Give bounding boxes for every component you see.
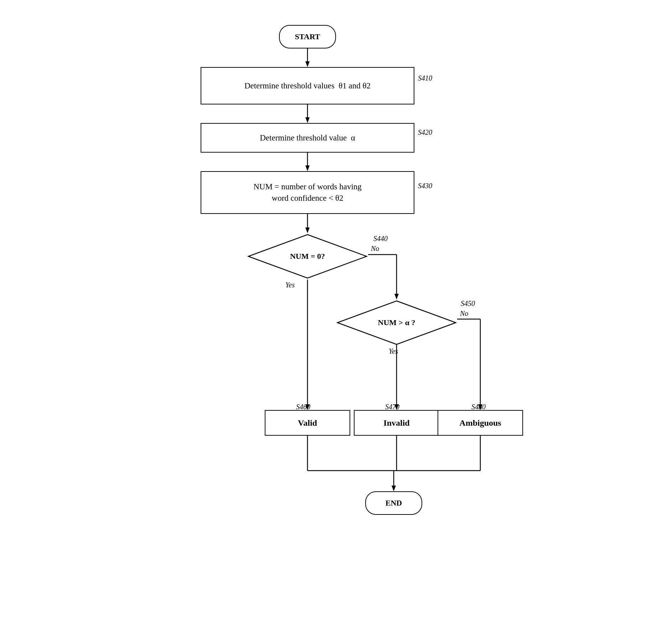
diamond1-step-label: S440 [373,235,388,243]
svg-marker-3 [305,117,310,123]
diamond2-container: NUM > α ? [336,299,457,346]
valid-box: Valid [265,410,350,436]
branch-yes1: Yes [285,281,295,289]
svg-marker-23 [392,486,396,491]
flowchart-diagram: START Determine threshold values θ1 and … [176,14,496,603]
invalid-step-label: S470 [385,403,399,411]
step3-label: S430 [418,182,432,190]
diamond1-label: NUM = 0? [290,252,325,261]
step2-label: S420 [418,128,432,137]
valid-step-label: S460 [296,403,310,411]
step3-box: NUM = number of words havingword confide… [201,171,414,214]
ambiguous-box: Ambiguous [438,410,523,436]
invalid-box: Invalid [354,410,439,436]
diamond1-container: NUM = 0? [247,233,368,280]
ambiguous-step-label: S480 [471,403,486,411]
svg-marker-10 [394,294,399,299]
end-terminal: END [365,491,422,515]
step1-label: S410 [418,74,432,82]
branch-yes2: Yes [389,347,398,355]
start-terminal: START [279,25,336,48]
diamond2-step-label: S450 [461,299,475,308]
svg-marker-1 [305,61,310,67]
branch-no1: No [371,245,379,253]
step2-box: Determine threshold value α [201,123,414,153]
svg-marker-5 [305,165,310,171]
diamond2-label: NUM > α ? [378,318,415,327]
svg-marker-7 [305,227,310,233]
branch-no2: No [460,309,468,318]
step1-box: Determine threshold values θ1 and θ2 [201,67,414,104]
